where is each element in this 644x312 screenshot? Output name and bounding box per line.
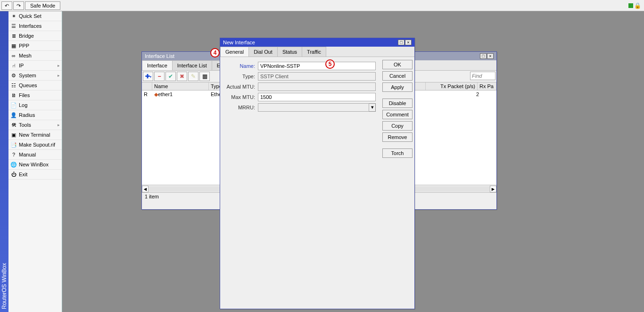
sidebar-item-label: Log xyxy=(19,102,27,108)
sidebar-item-new-winbox[interactable]: 🌐New WinBox xyxy=(8,160,62,170)
col-tx-packets[interactable]: Tx Packet (p/s) xyxy=(426,82,478,90)
ppp-icon: ▦ xyxy=(10,42,17,49)
disable-button[interactable]: Disable xyxy=(382,99,413,108)
safe-mode-button[interactable]: Safe Mode xyxy=(25,1,60,10)
max-mtu-label: Max MTU: xyxy=(225,94,258,100)
sidebar-item-label: Make Supout.rif xyxy=(19,142,55,148)
enable-button[interactable]: ✔ xyxy=(165,72,176,81)
window-close-button[interactable]: × xyxy=(405,40,412,45)
sidebar-item-label: Quick Set xyxy=(19,13,41,19)
ok-button[interactable]: OK xyxy=(382,60,413,69)
mrru-label: MRRU: xyxy=(225,105,258,110)
mesh-icon: ∞ xyxy=(10,52,17,59)
sidebar-item-tools[interactable]: 🛠Tools▸ xyxy=(8,120,62,130)
torch-button[interactable]: Torch xyxy=(382,148,413,158)
max-mtu-input[interactable] xyxy=(258,93,376,101)
remove-button[interactable]: Remove xyxy=(382,132,413,142)
exit-icon: ⏻ xyxy=(10,171,17,178)
tab-status[interactable]: Status xyxy=(277,47,302,57)
file-icon: 📑 xyxy=(10,141,17,148)
tools-icon: 🛠 xyxy=(10,122,17,128)
comment-button[interactable]: ✎ xyxy=(188,72,198,81)
name-input[interactable] xyxy=(258,62,376,70)
radius-icon: 👤 xyxy=(10,112,17,118)
sidebar-item-label: Files xyxy=(19,92,30,98)
sidebar-item-label: Manual xyxy=(19,152,36,157)
sidebar-item-label: Queues xyxy=(19,82,37,88)
app-title-strip: RouterOS WinBox xyxy=(0,11,8,312)
sidebar-item-label: PPP xyxy=(19,43,29,49)
sidebar-item-label: IP xyxy=(19,63,24,68)
type-label: Type: xyxy=(225,74,258,79)
copy-button[interactable]: Copy xyxy=(382,121,413,131)
tab-general[interactable]: General xyxy=(220,47,249,57)
dialog-titlebar[interactable]: New Interface □ × xyxy=(220,38,414,47)
dialog-title: New Interface xyxy=(223,40,255,45)
queues-icon: ☷ xyxy=(10,82,17,89)
sidebar-item-label: Mesh xyxy=(19,53,32,58)
type-input xyxy=(258,72,376,81)
actual-mtu-input xyxy=(258,82,376,91)
find-input[interactable] xyxy=(470,72,495,80)
chevron-right-icon: ▸ xyxy=(58,123,60,127)
files-icon: 🗎 xyxy=(10,92,17,99)
lock-icon: 🔒 xyxy=(634,2,641,9)
tab-interface-list[interactable]: Interface List xyxy=(172,60,212,70)
annotation-ring-5: 5 xyxy=(325,59,335,69)
actual-mtu-label: Actual MTU: xyxy=(225,84,258,90)
col-name[interactable]: Name xyxy=(152,82,209,90)
disable-button[interactable]: ✖ xyxy=(177,72,187,81)
tab-dial-out[interactable]: Dial Out xyxy=(248,47,278,57)
sidebar-item-label: Interfaces xyxy=(19,23,41,29)
redo-button[interactable]: ↷ xyxy=(13,1,24,10)
cancel-button[interactable]: Cancel xyxy=(382,71,413,81)
row-name: ◆ether1 xyxy=(152,91,209,98)
apply-button[interactable]: Apply xyxy=(382,82,413,92)
scroll-left-icon[interactable]: ◄ xyxy=(142,186,149,192)
row-txp: 2 xyxy=(462,91,481,98)
window-close-button[interactable]: × xyxy=(487,53,494,59)
add-button[interactable]: ✚▾ xyxy=(143,72,153,81)
sidebar-item-interfaces[interactable]: ☰Interfaces xyxy=(8,21,62,31)
chevron-right-icon: ▸ xyxy=(58,63,60,68)
sidebar-item-ip[interactable]: ⑁IP▸ xyxy=(8,61,62,71)
sidebar-item-label: Bridge xyxy=(19,33,34,39)
gear-icon: ⚙ xyxy=(10,72,17,79)
sidebar-item-ppp[interactable]: ▦PPP xyxy=(8,41,62,51)
sidebar-item-exit[interactable]: ⏻Exit xyxy=(8,170,62,180)
terminal-icon: ▣ xyxy=(10,131,17,138)
tab-interface[interactable]: Interface xyxy=(142,60,173,70)
window-restore-button[interactable]: □ xyxy=(398,40,405,45)
sidebar-item-new-terminal[interactable]: ▣New Terminal xyxy=(8,130,62,140)
new-interface-dialog[interactable]: New Interface □ × General Dial Out Statu… xyxy=(220,38,415,309)
tab-traffic[interactable]: Traffic xyxy=(302,47,326,57)
remove-button[interactable]: − xyxy=(154,72,165,81)
mrru-input[interactable] xyxy=(258,103,369,112)
sidebar-item-manual[interactable]: ?Manual xyxy=(8,150,62,160)
sidebar-item-log[interactable]: 📄Log xyxy=(8,100,62,110)
dialog-buttons: OK Cancel Apply Disable Comment Copy Rem… xyxy=(380,57,414,161)
sidebar-item-make-supout[interactable]: 📑Make Supout.rif xyxy=(8,140,62,150)
filter-button[interactable]: ▦ xyxy=(199,72,210,81)
sidebar-item-bridge[interactable]: ≣Bridge xyxy=(8,31,62,41)
top-toolbar: ↶ ↷ Safe Mode 🔒 xyxy=(0,0,644,11)
wand-icon: ✴ xyxy=(10,13,17,19)
sidebar-item-label: New WinBox xyxy=(19,162,49,167)
col-flag[interactable] xyxy=(142,82,152,90)
sidebar-item-system[interactable]: ⚙System▸ xyxy=(8,71,62,81)
log-icon: 📄 xyxy=(10,102,17,108)
chevron-right-icon: ▸ xyxy=(58,73,60,78)
col-rx-packets[interactable]: Rx Pa xyxy=(478,82,496,90)
sidebar-item-quick-set[interactable]: ✴Quick Set xyxy=(8,11,62,21)
sidebar-item-queues[interactable]: ☷Queues xyxy=(8,81,62,90)
undo-button[interactable]: ↶ xyxy=(1,1,12,10)
sidebar-item-files[interactable]: 🗎Files xyxy=(8,90,62,100)
sidebar-item-label: New Terminal xyxy=(19,132,50,138)
mrru-dropdown-icon[interactable]: ▾ xyxy=(369,103,376,112)
comment-button[interactable]: Comment xyxy=(382,110,413,119)
sidebar-item-mesh[interactable]: ∞Mesh xyxy=(8,51,62,61)
sidebar-item-radius[interactable]: 👤Radius xyxy=(8,110,62,120)
scroll-right-icon[interactable]: ► xyxy=(490,186,496,192)
dialog-form: Name: Type: Actual MTU: Max MTU: xyxy=(220,57,380,161)
window-restore-button[interactable]: □ xyxy=(480,53,487,59)
